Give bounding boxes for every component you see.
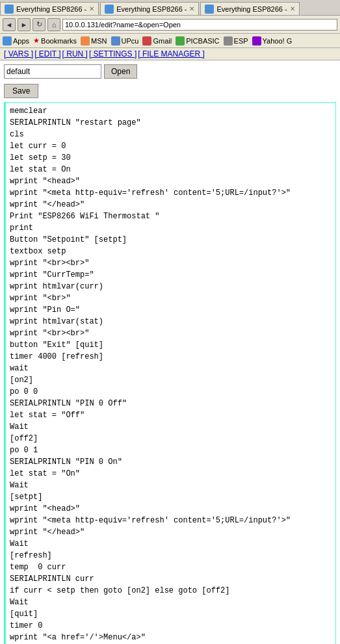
tab-favicon-3 (205, 5, 214, 14)
address-bar[interactable] (62, 19, 337, 31)
vars-link[interactable]: [ VARS ] (4, 49, 33, 58)
tab-favicon-1 (5, 5, 14, 14)
yahoo-icon (252, 36, 261, 45)
upcu-icon (111, 36, 120, 45)
main-content: Open Save memclear SERIALPRINTLN "restar… (0, 60, 340, 644)
tab-label-1: Everything ESP8266 - (16, 5, 86, 13)
tab-label-3: Everything ESP8266 - (216, 5, 287, 13)
app-toolbar: [ VARS ] [ EDIT ] [ RUN ] [ SETTINGS ] [… (0, 48, 340, 60)
tab-close-1[interactable]: ✕ (89, 5, 94, 12)
tab-favicon-2 (105, 5, 114, 14)
tab-close-3[interactable]: ✕ (290, 5, 295, 12)
bookmark-msn[interactable]: MSN (81, 36, 107, 45)
bookmark-picbasic[interactable]: PICBASIC (176, 36, 219, 45)
bookmark-esp[interactable]: ESP (224, 36, 248, 45)
bookmark-bookmarks[interactable]: ★ Bookmarks (33, 36, 77, 45)
tab-1[interactable]: Everything ESP8266 - ✕ (0, 2, 99, 15)
tab-label-2: Everything ESP8266 - (116, 5, 187, 13)
settings-link[interactable]: [ SETTINGS ] (89, 49, 137, 58)
edit-link[interactable]: [ EDIT ] (34, 49, 60, 58)
apps-icon (3, 36, 12, 45)
picbasic-icon (176, 36, 185, 45)
tab-close-2[interactable]: ✕ (189, 5, 194, 12)
bookmark-apps[interactable]: Apps (3, 36, 29, 45)
save-button[interactable]: Save (4, 84, 38, 98)
forward-button[interactable]: ► (18, 18, 31, 31)
browser-tabs-bar: Everything ESP8266 - ✕ Everything ESP826… (0, 0, 340, 16)
filename-input[interactable] (4, 64, 101, 79)
bookmark-upcu[interactable]: UPcu (111, 36, 139, 45)
home-button[interactable]: ⌂ (47, 18, 60, 31)
bookmark-yahoo[interactable]: Yahoo! G (252, 36, 293, 45)
open-row: Open (4, 64, 336, 79)
msn-icon (81, 36, 90, 45)
run-link[interactable]: [ RUN ] (62, 49, 88, 58)
browser-nav-bar: ◄ ► ↻ ⌂ (0, 16, 340, 34)
esp-icon (224, 36, 233, 45)
code-editor[interactable]: memclear SERIALPRINTLN "restart page" cl… (4, 102, 336, 644)
file-manager-link[interactable]: [ FILE MANAGER ] (138, 49, 205, 58)
bookmarks-bar: Apps ★ Bookmarks MSN UPcu Gmail PICBASIC… (0, 34, 340, 48)
gmail-icon (142, 36, 151, 45)
tab-3[interactable]: Everything ESP8266 - ✕ (200, 2, 299, 15)
bookmark-gmail[interactable]: Gmail (142, 36, 172, 45)
back-button[interactable]: ◄ (3, 18, 16, 31)
tab-2[interactable]: Everything ESP8266 - ✕ (100, 2, 199, 15)
refresh-button[interactable]: ↻ (33, 18, 46, 31)
open-button[interactable]: Open (104, 64, 137, 79)
